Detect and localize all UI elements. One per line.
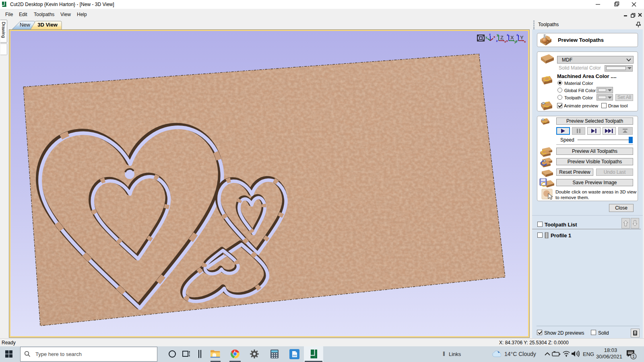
svg-text:3D View: 3D View bbox=[37, 22, 58, 28]
svg-text:y: y bbox=[497, 33, 499, 37]
svg-text:x: x bbox=[506, 39, 508, 43]
svg-text:RAR: RAR bbox=[293, 355, 297, 357]
svg-text:X: X bbox=[510, 35, 514, 41]
svg-text:x: x bbox=[493, 35, 495, 39]
svg-text:z: z bbox=[516, 33, 518, 37]
svg-text:z: z bbox=[489, 33, 491, 36]
svg-text:y: y bbox=[516, 39, 518, 43]
svg-text:z: z bbox=[496, 39, 498, 43]
svg-text:Z: Z bbox=[500, 35, 504, 41]
svg-text:1: 1 bbox=[632, 354, 635, 359]
svg-text:x: x bbox=[524, 40, 526, 43]
svg-text:New: New bbox=[20, 22, 31, 28]
svg-text:z: z bbox=[507, 33, 508, 37]
svg-text:Y: Y bbox=[520, 35, 524, 41]
svg-text:y: y bbox=[485, 35, 487, 39]
